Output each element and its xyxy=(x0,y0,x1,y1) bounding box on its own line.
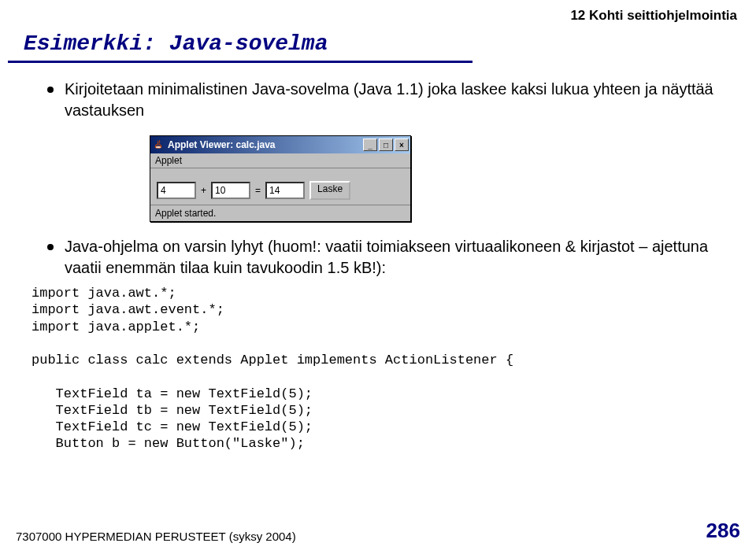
content-area: Kirjoitetaan minimalistinen Java-sovelma… xyxy=(0,63,756,452)
field-a[interactable]: 4 xyxy=(157,182,196,199)
code-line-2: import java.awt.event.*; xyxy=(32,302,224,317)
code-line-1: import java.awt.*; xyxy=(32,286,176,301)
page-footer: 7307000 HYPERMEDIAN PERUSTEET (syksy 200… xyxy=(16,519,740,543)
code-line-3: import java.applet.*; xyxy=(32,319,200,334)
bullet-2-text: Java-ohjelma on varsin lyhyt (huom!: vaa… xyxy=(65,236,724,279)
plus-label: + xyxy=(201,185,206,196)
applet-window: Applet Viewer: calc.java _ □ × Applet 4 … xyxy=(150,135,411,222)
bullet-dot-icon xyxy=(47,244,54,250)
minimize-button[interactable]: _ xyxy=(363,138,377,151)
applet-body: 4 + 10 = 14 Laske xyxy=(150,168,410,205)
code-line-6: TextField tb = new TextField(5); xyxy=(32,403,313,418)
svg-point-0 xyxy=(155,146,161,149)
field-b[interactable]: 10 xyxy=(211,182,250,199)
window-titlebar: Applet Viewer: calc.java _ □ × xyxy=(150,136,410,153)
applet-status: Applet started. xyxy=(150,205,410,221)
bullet-dot-icon xyxy=(47,87,54,93)
bullet-1: Kirjoitetaan minimalistinen Java-sovelma… xyxy=(47,79,724,121)
chapter-header: 12 Kohti seittiohjelmointia xyxy=(570,8,737,24)
code-line-8: Button b = new Button("Laske"); xyxy=(32,436,305,451)
bullet-2: Java-ohjelma on varsin lyhyt (huom!: vaa… xyxy=(47,236,724,279)
window-title: Applet Viewer: calc.java xyxy=(168,139,361,150)
page-number: 286 xyxy=(706,519,740,543)
maximize-button[interactable]: □ xyxy=(379,138,393,151)
page-title: Esimerkki: Java-sovelma xyxy=(8,0,472,63)
close-button[interactable]: × xyxy=(395,138,409,151)
footer-course: 7307000 HYPERMEDIAN PERUSTEET (syksy 200… xyxy=(16,530,296,543)
java-icon xyxy=(154,139,165,150)
field-c[interactable]: 14 xyxy=(265,182,305,199)
window-menubar[interactable]: Applet xyxy=(150,153,410,168)
code-line-7: TextField tc = new TextField(5); xyxy=(32,419,313,434)
code-block: import java.awt.*; import java.awt.event… xyxy=(32,285,724,452)
code-line-5: TextField ta = new TextField(5); xyxy=(32,386,313,401)
code-line-4: public class calc extends Applet impleme… xyxy=(32,353,513,367)
bullet-1-text: Kirjoitetaan minimalistinen Java-sovelma… xyxy=(65,79,724,121)
laske-button[interactable]: Laske xyxy=(309,181,350,200)
equals-label: = xyxy=(255,185,261,196)
